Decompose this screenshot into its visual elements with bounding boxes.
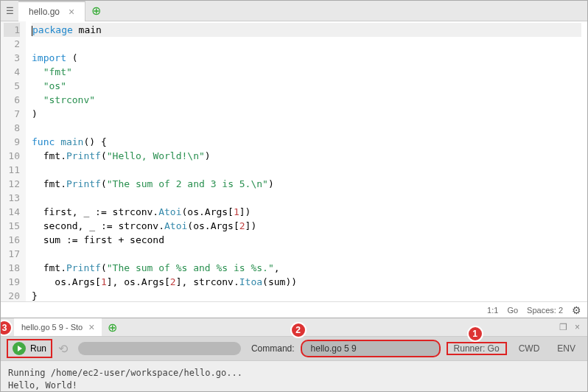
line-gutter: 1234567891011121314151617181920 xyxy=(1,21,26,301)
run-label: Run xyxy=(30,343,46,354)
run-button[interactable]: Run xyxy=(7,339,52,358)
runner-tab-label: hello.go 5 9 - Sto xyxy=(21,323,83,332)
tab-hello-go[interactable]: hello.go × xyxy=(18,1,85,21)
code-editor[interactable]: 1234567891011121314151617181920 package … xyxy=(1,21,587,301)
editor-tab-bar: ☰ hello.go × ⊕ xyxy=(1,1,587,21)
command-input[interactable] xyxy=(301,340,441,357)
tab-label: hello.go xyxy=(29,7,60,17)
console-output: Running /home/ec2-user/workspace/hello.g… xyxy=(1,360,587,392)
restart-icon[interactable]: ⟲ xyxy=(58,342,68,356)
env-button[interactable]: ENV xyxy=(551,343,581,354)
name-bar[interactable] xyxy=(78,342,241,355)
indent-setting[interactable]: Spaces: 2 xyxy=(527,306,563,315)
runner-selector[interactable]: Runner: Go xyxy=(447,342,507,355)
close-icon[interactable]: × xyxy=(88,321,94,333)
close-panel-icon[interactable]: × xyxy=(575,322,580,332)
code-area[interactable]: package main import ( "fmt" "os" "strcon… xyxy=(26,21,587,301)
panel-icon[interactable]: ❐ xyxy=(559,322,567,332)
tab-list-icon[interactable]: ☰ xyxy=(1,6,18,16)
close-icon[interactable]: × xyxy=(69,6,74,18)
command-label: Command: xyxy=(251,343,295,354)
plus-icon[interactable]: ⊕ xyxy=(91,4,101,18)
plus-icon[interactable]: ⊕ xyxy=(108,321,117,335)
cwd-button[interactable]: CWD xyxy=(513,343,546,354)
annotation-badge-1: 1 xyxy=(467,326,483,342)
runner-toolbar: Run ⟲ Command: 2 1 Runner: Go CWD ENV xyxy=(1,337,587,360)
cursor-position: 1:1 xyxy=(487,306,498,315)
annotation-badge-3: 3 xyxy=(0,320,13,336)
language-mode[interactable]: Go xyxy=(507,306,518,315)
runner-tab[interactable]: hello.go 5 9 - Sto × xyxy=(14,318,102,336)
play-icon xyxy=(13,342,26,355)
status-bar: 1:1 Go Spaces: 2 ⚙ xyxy=(1,301,587,318)
gear-icon[interactable]: ⚙ xyxy=(572,304,581,316)
annotation-badge-2: 2 xyxy=(290,322,307,338)
